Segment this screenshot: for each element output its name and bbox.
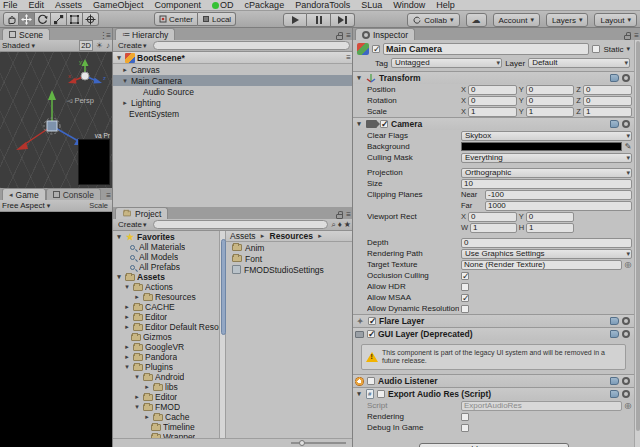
menu-component[interactable]: Component — [155, 0, 202, 10]
script-reference-field[interactable]: ExportAudioRes — [461, 401, 622, 411]
add-component-button[interactable]: Add Component — [419, 443, 569, 447]
panel-menu-icon[interactable]: ≡ — [634, 31, 638, 40]
tree-item-editor-default-resources[interactable]: ▸Editor Default Resources — [113, 322, 219, 332]
static-dropdown-icon[interactable]: ▾ — [626, 45, 630, 53]
hierarchy-scene-root[interactable]: ▾ BootScene* ≡ — [113, 52, 352, 64]
gear-icon[interactable] — [622, 317, 630, 325]
gear-icon[interactable] — [622, 74, 630, 82]
tree-item-fmod-cache[interactable]: ▸Cache — [113, 412, 219, 422]
rotation-x-field[interactable]: 0 — [468, 96, 517, 106]
file-item-font[interactable]: Font — [226, 253, 352, 264]
tree-item-cache[interactable]: ▸CACHE — [113, 302, 219, 312]
tab-scene[interactable]: Scene — [2, 28, 50, 40]
gear-icon[interactable] — [622, 390, 630, 398]
favorites-filter-icon[interactable]: ★ — [344, 220, 350, 229]
size-field[interactable]: 10 — [461, 179, 632, 189]
hierarchy-search-input[interactable] — [153, 41, 350, 50]
tree-item-wrapper[interactable]: Wrapper — [113, 432, 219, 438]
menu-edit[interactable]: Edit — [29, 0, 45, 10]
culling-mask-dropdown[interactable]: Everything — [461, 153, 632, 163]
account-dropdown[interactable]: Account▾ — [493, 13, 540, 27]
help-book-icon[interactable] — [610, 317, 619, 325]
breadcrumb-assets[interactable]: Assets — [230, 231, 256, 241]
hand-tool-button[interactable] — [3, 12, 19, 26]
menu-slua[interactable]: SLua — [361, 0, 382, 10]
menu-file[interactable]: File — [3, 0, 18, 10]
hierarchy-item-audio-source[interactable]: Audio Source — [113, 86, 352, 97]
gear-icon[interactable] — [622, 377, 630, 385]
hierarchy-create-button[interactable]: Create▾ — [115, 41, 150, 50]
clipping-far-field[interactable]: 1000 — [485, 201, 632, 211]
depth-field[interactable]: 0 — [461, 238, 632, 248]
static-checkbox[interactable] — [592, 45, 600, 53]
collab-button[interactable]: Collab▾ — [407, 13, 459, 27]
expand-arrow-icon[interactable]: ▾ — [115, 233, 123, 241]
inspector-scrollbar[interactable] — [634, 40, 640, 447]
scene-viewport[interactable]: y x z ◅ Persp va Pr — [0, 52, 112, 188]
expand-arrow-icon[interactable]: ▾ — [355, 74, 363, 82]
search-by-label-icon[interactable]: ♦ — [338, 220, 341, 229]
flare-layer-checkbox[interactable] — [368, 317, 376, 325]
expand-arrow-icon[interactable]: ▾ — [123, 283, 131, 291]
flare-layer-header[interactable]: ✦ Flare Layer — [353, 314, 634, 327]
tab-console[interactable]: Console — [46, 188, 101, 200]
rotate-tool-button[interactable] — [35, 12, 51, 26]
clear-flags-dropdown[interactable]: Skybox — [461, 131, 632, 141]
menu-pandoratools[interactable]: PandoraTools — [295, 0, 350, 10]
tree-item-googlevr[interactable]: ▸GoogleVR — [113, 342, 219, 352]
tab-project[interactable]: Project — [115, 207, 168, 219]
expand-arrow-icon[interactable]: ▸ — [133, 293, 141, 301]
thumbnail-zoom-slider[interactable] — [291, 442, 346, 444]
expand-arrow-icon[interactable]: ▾ — [123, 363, 131, 371]
search-by-type-icon[interactable]: ⌕ — [331, 220, 334, 230]
expand-arrow-icon[interactable]: ▾ — [355, 390, 363, 398]
tree-item-assets[interactable]: ▾Assets — [113, 272, 219, 282]
favorite-all-models[interactable]: All Models — [113, 252, 219, 262]
scrollbar-thumb[interactable] — [221, 239, 226, 335]
menu-assets[interactable]: Assets — [55, 0, 82, 10]
tree-item-editor[interactable]: ▸Editor — [113, 312, 219, 322]
target-texture-field[interactable]: None (Render Texture) — [461, 260, 622, 270]
menu-gameobject[interactable]: GameObject — [93, 0, 144, 10]
tree-item-resources[interactable]: ▸Resources — [113, 292, 219, 302]
position-x-field[interactable]: 0 — [468, 85, 517, 95]
scene-lighting-icon[interactable]: ☀ — [96, 41, 103, 50]
scrollbar-thumb[interactable] — [636, 41, 640, 431]
camera-header[interactable]: ▾ Camera — [353, 117, 634, 130]
object-picker-icon[interactable]: ◎ — [624, 401, 632, 410]
tab-game[interactable]: ◂Game — [2, 188, 46, 200]
panel-menu-icon[interactable]: ⋮≡ — [99, 31, 110, 40]
cloud-button[interactable]: ☁ — [466, 13, 487, 27]
projection-dropdown[interactable]: Orthographic — [461, 168, 632, 178]
expand-arrow-icon[interactable]: ▾ — [133, 373, 141, 381]
help-book-icon[interactable] — [610, 390, 619, 398]
layout-dropdown[interactable]: Layout▾ — [594, 13, 637, 27]
eyedropper-icon[interactable]: ✎ — [624, 142, 632, 151]
expand-arrow-icon[interactable]: ▸ — [123, 353, 131, 361]
position-y-field[interactable]: 0 — [526, 85, 575, 95]
panel-menu-icon[interactable]: ≡ — [346, 210, 350, 219]
menu-help[interactable]: Help — [436, 0, 455, 10]
breadcrumb-resources[interactable]: Resources — [270, 231, 313, 241]
panel-menu-icon[interactable]: ≡ — [346, 31, 350, 40]
expand-arrow-icon[interactable]: ▸ — [123, 323, 131, 331]
gear-icon[interactable] — [622, 120, 630, 128]
tab-inspector[interactable]: Inspector — [355, 28, 415, 40]
help-book-icon[interactable] — [610, 74, 619, 82]
menu-od[interactable]: OD — [212, 0, 234, 10]
position-z-field[interactable]: 0 — [583, 85, 632, 95]
allow-hdr-checkbox[interactable] — [461, 283, 469, 291]
help-book-icon[interactable] — [610, 377, 619, 385]
expand-arrow-icon[interactable]: ▸ — [143, 383, 151, 391]
expand-arrow-icon[interactable]: ▸ — [133, 393, 141, 401]
object-picker-icon[interactable]: ◎ — [624, 260, 632, 269]
rendering-checkbox[interactable] — [461, 413, 469, 421]
project-create-button[interactable]: Create▾ — [115, 220, 150, 229]
scale-tool-button[interactable] — [51, 12, 67, 26]
scale-y-field[interactable]: 1 — [526, 107, 575, 117]
rotation-z-field[interactable]: 0 — [583, 96, 632, 106]
allow-msaa-checkbox[interactable] — [461, 294, 469, 302]
layers-dropdown[interactable]: Layers▾ — [546, 13, 589, 27]
expand-arrow-icon[interactable]: ▸ — [123, 303, 131, 311]
gameobject-name-field[interactable]: Main Camera — [383, 43, 589, 55]
